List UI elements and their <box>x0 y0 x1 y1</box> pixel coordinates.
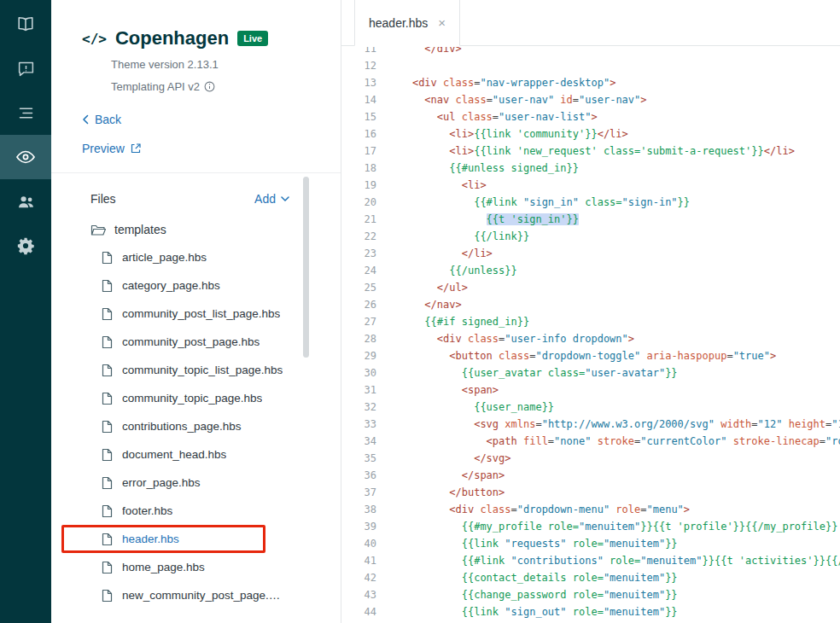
document-icon <box>101 561 114 574</box>
alert-bubble-icon <box>17 60 35 78</box>
add-button[interactable]: Add <box>254 192 289 206</box>
folder-templates[interactable]: templates <box>51 216 341 243</box>
sidebar-item-arrange-content[interactable] <box>0 90 51 135</box>
file-item[interactable]: footer.hbs <box>51 497 341 525</box>
chevron-down-icon <box>281 196 289 201</box>
tab-label: header.hbs <box>369 16 428 30</box>
line-number: 34 <box>341 433 386 450</box>
line-number: 40 <box>341 535 386 552</box>
sidebar-item-knowledge-base[interactable] <box>0 2 51 46</box>
file-item[interactable]: category_page.hbs <box>51 271 341 300</box>
file-item[interactable]: home_page.hbs <box>51 553 341 581</box>
document-icon <box>101 335 114 349</box>
code-line: 35 </svg> <box>341 450 840 467</box>
document-icon <box>101 392 114 405</box>
files-scrollbar[interactable] <box>303 177 309 358</box>
file-item[interactable]: contributions_page.hbs <box>51 412 341 440</box>
line-number: 16 <box>341 125 386 143</box>
document-icon <box>101 364 114 377</box>
code-line: 33 <svg xmlns="http://www.w3.org/2000/sv… <box>341 416 840 433</box>
file-item[interactable]: article_page.hbs <box>51 243 341 271</box>
line-number: 29 <box>341 347 386 364</box>
file-label: new_community_post_page.h… <box>122 589 284 602</box>
line-number: 18 <box>341 160 386 177</box>
people-icon <box>16 192 36 212</box>
code-line: 22 {{/link}} <box>341 228 840 245</box>
code-line: 21 {{t 'sign_in'}} <box>341 211 840 228</box>
code-line: 17 <li>{{link 'new_request' class='submi… <box>341 143 840 160</box>
sidebar-item-settings[interactable] <box>0 224 51 268</box>
tab-bar: header.hbs × <box>341 0 840 46</box>
file-list: article_page.hbscategory_page.hbscommuni… <box>51 243 341 609</box>
gear-icon <box>16 236 35 255</box>
theme-panel: </> Copenhagen Live Theme version 2.13.1… <box>51 0 341 623</box>
document-icon <box>101 476 114 490</box>
files-heading: Files <box>90 192 116 206</box>
line-number: 25 <box>341 279 386 296</box>
line-number: 11 <box>341 47 386 57</box>
external-link-icon <box>131 143 141 154</box>
line-number: 15 <box>341 108 386 125</box>
line-number: 24 <box>341 262 386 279</box>
code-line: 18 {{#unless signed_in}} <box>341 160 840 177</box>
tab-header-hbs[interactable]: header.hbs × <box>354 0 460 46</box>
line-number: 39 <box>341 518 386 535</box>
preview-link[interactable]: Preview <box>82 142 141 155</box>
code-line: 19 <li> <box>341 177 840 194</box>
file-label: error_page.hbs <box>122 476 201 489</box>
file-item[interactable]: new_community_post_page.h… <box>51 581 341 609</box>
code-line: 34 <path fill="none" stroke="currentColo… <box>341 433 840 450</box>
line-number: 14 <box>341 91 386 108</box>
file-item[interactable]: document_head.hbs <box>51 440 341 469</box>
document-icon <box>101 420 114 434</box>
eye-icon <box>15 147 36 167</box>
sidebar-item-customize-design[interactable] <box>0 135 51 179</box>
tab-close-icon[interactable]: × <box>438 16 446 29</box>
selected-text: {{t 'sign_in'}} <box>487 213 579 225</box>
file-item[interactable]: community_post_list_page.hbs <box>51 300 341 328</box>
templating-api: Templating API v2 <box>111 79 320 94</box>
file-label: document_head.hbs <box>122 448 226 461</box>
code-line: 14 <nav class="user-nav" id="user-nav"> <box>341 91 840 108</box>
line-number: 13 <box>341 74 386 91</box>
line-number: 38 <box>341 501 386 518</box>
line-number: 33 <box>341 416 386 433</box>
file-label: contributions_page.hbs <box>122 420 242 433</box>
code-area[interactable]: 11 </div>1213 <div class="nav-wrapper-de… <box>341 47 840 623</box>
line-number: 42 <box>341 569 386 586</box>
code-line: 43 {{change_password role="menuitem"}} <box>341 586 840 603</box>
document-icon <box>101 279 114 293</box>
file-item[interactable]: community_topic_list_page.hbs <box>51 356 341 384</box>
code-line: 23 </li> <box>341 245 840 262</box>
back-link[interactable]: Back <box>82 113 121 126</box>
file-label: category_page.hbs <box>122 279 220 292</box>
info-icon <box>204 81 215 92</box>
file-item[interactable]: header.hbs <box>51 525 341 553</box>
app: </> Copenhagen Live Theme version 2.13.1… <box>0 0 840 623</box>
file-item[interactable]: error_page.hbs <box>51 469 341 497</box>
line-number: 36 <box>341 467 386 484</box>
sidebar-item-moderation[interactable] <box>0 46 51 90</box>
code-icon: </> <box>82 31 107 47</box>
live-badge: Live <box>237 31 268 46</box>
file-label: footer.hbs <box>122 504 172 517</box>
file-label: community_post_list_page.hbs <box>122 307 280 320</box>
code-line: 20 {{#link "sign_in" class="sign-in"}} <box>341 194 840 211</box>
code-line: 26 </nav> <box>341 296 840 313</box>
code-lines: 11 </div>1213 <div class="nav-wrapper-de… <box>341 47 840 623</box>
code-line: 32 {{user_name}} <box>341 399 840 416</box>
theme-version: Theme version 2.13.1 <box>111 56 320 72</box>
book-icon <box>16 15 35 33</box>
folder-open-icon <box>90 224 106 236</box>
file-label: community_topic_page.hbs <box>122 392 262 405</box>
line-number: 43 <box>341 586 386 603</box>
file-item[interactable]: community_topic_page.hbs <box>51 384 341 412</box>
code-line: 30 {{user_avatar class="user-avatar"}} <box>341 364 840 381</box>
line-number: 37 <box>341 484 386 501</box>
file-item[interactable]: community_post_page.hbs <box>51 328 341 356</box>
editor: header.hbs × 11 </div>1213 <div class="n… <box>341 0 840 623</box>
line-number: 21 <box>341 211 386 228</box>
code-line: 36 </span> <box>341 467 840 484</box>
line-number: 41 <box>341 552 386 569</box>
sidebar-item-people[interactable] <box>0 179 51 224</box>
